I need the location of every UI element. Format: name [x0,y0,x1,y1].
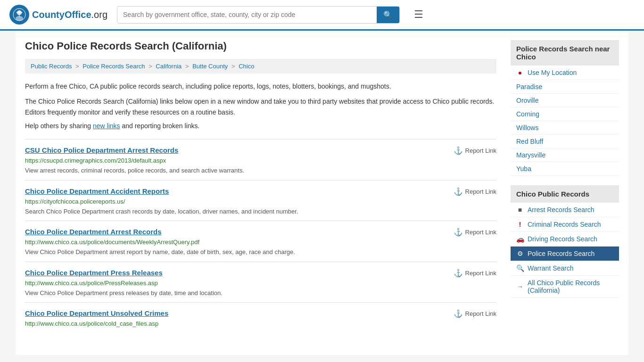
record-desc-2: View Chico Police Department arrest repo… [25,247,496,257]
criminal-icon: ! [516,221,524,228]
report-link-1[interactable]: ⚓ Report Link [454,187,496,196]
record-item: Chico Police Department Accident Reports… [25,180,496,221]
records-list: CSU Chico Police Department Arrest Recor… [25,139,496,334]
nearby-willows[interactable]: Willows [511,121,619,135]
nearby-oroville[interactable]: Oroville [511,94,619,107]
breadcrumb: Public Records > Police Records Search >… [25,59,496,74]
report-icon-1: ⚓ [454,187,463,196]
record-url-0: https://csucpd.crimegraphics.com/2013/de… [25,157,496,164]
driving-icon: 🚗 [516,235,524,243]
all-records-icon: → [516,283,524,290]
report-icon-3: ⚓ [454,269,463,278]
nearby-yuba[interactable]: Yuba [511,162,619,176]
record-desc-3: View Chico Police Department press relea… [25,288,496,298]
report-link-3[interactable]: ⚓ Report Link [454,269,496,278]
warrant-search-link[interactable]: 🔍 Warrant Search [511,261,619,276]
search-bar: 🔍 [117,6,400,24]
breadcrumb-butte[interactable]: Butte County [192,63,228,70]
description1: Perform a free Chico, CA public police r… [25,81,496,91]
police-icon: ⚙ [516,250,524,257]
menu-icon[interactable]: ☰ [414,8,423,21]
record-item: Chico Police Department Unsolved Crimes … [25,302,496,334]
use-location-label: Use My Location [528,69,577,76]
record-url-4: http://www.chico.ca.us/police/cold_case_… [25,320,496,327]
record-title-0[interactable]: CSU Chico Police Department Arrest Recor… [25,146,178,154]
page-title: Chico Police Records Search (California) [25,40,496,52]
nearby-red-bluff[interactable]: Red Bluff [511,135,619,148]
breadcrumb-california[interactable]: California [156,63,182,70]
logo-text: CountyOffice.org [32,9,107,20]
driving-records-link[interactable]: 🚗 Driving Records Search [511,232,619,247]
report-icon-2: ⚓ [454,228,463,237]
nearby-marysville[interactable]: Marysville [511,148,619,162]
logo[interactable]: CountyOffice.org [9,5,107,25]
record-url-1: https://cityofchicoca.policereports.us/ [25,198,496,205]
logo-icon [9,5,29,25]
use-location-link[interactable]: ● Use My Location [511,66,619,80]
report-link-0[interactable]: ⚓ Report Link [454,146,496,155]
record-desc-0: View arrest records, criminal records, p… [25,166,496,175]
location-icon: ● [516,69,524,76]
record-title-1[interactable]: Chico Police Department Accident Reports [25,187,169,195]
record-url-3: http://www.chico.ca.us/police/PressRelea… [25,280,496,287]
sidebar: Police Records Search near Chico ● Use M… [511,40,619,346]
record-title-4[interactable]: Chico Police Department Unsolved Crimes [25,309,168,317]
record-item: Chico Police Department Press Releases ⚓… [25,262,496,303]
share-text: Help others by sharing new links and rep… [25,122,496,130]
report-icon-4: ⚓ [454,309,463,318]
nearby-section: Police Records Search near Chico ● Use M… [511,40,619,176]
arrest-icon: ■ [516,206,524,214]
breadcrumb-public-records[interactable]: Public Records [31,63,72,70]
record-url-2: http://www.chico.ca.us/police/documents/… [25,239,496,246]
breadcrumb-chico[interactable]: Chico [239,63,254,70]
record-desc-1: Search Chico Police Department crash rec… [25,207,496,216]
nearby-paradise[interactable]: Paradise [511,80,619,94]
warrant-icon: 🔍 [516,264,524,272]
report-icon-0: ⚓ [454,146,463,155]
breadcrumb-police-records[interactable]: Police Records Search [83,63,145,70]
record-item: Chico Police Department Arrest Records ⚓… [25,221,496,262]
arrest-records-link[interactable]: ■ Arrest Records Search [511,203,619,217]
public-records-title: Chico Public Records [511,185,619,203]
record-title-3[interactable]: Chico Police Department Press Releases [25,269,163,277]
record-title-2[interactable]: Chico Police Department Arrest Records [25,228,162,236]
new-links-link[interactable]: new links [93,122,120,130]
criminal-records-link[interactable]: ! Criminal Records Search [511,217,619,232]
nearby-title: Police Records Search near Chico [511,40,619,66]
public-records-section: Chico Public Records ■ Arrest Records Se… [511,185,619,298]
search-input[interactable] [117,7,377,22]
record-item: CSU Chico Police Department Arrest Recor… [25,139,496,180]
report-link-4[interactable]: ⚓ Report Link [454,309,496,318]
all-records-link[interactable]: → All Chico Public Records (California) [511,276,619,298]
description2: The Chico Police Records Search (Califor… [25,96,496,117]
report-link-2[interactable]: ⚓ Report Link [454,228,496,237]
nearby-corning[interactable]: Corning [511,107,619,121]
police-records-link[interactable]: ⚙ Police Records Search [511,247,619,261]
search-button[interactable]: 🔍 [377,7,399,23]
